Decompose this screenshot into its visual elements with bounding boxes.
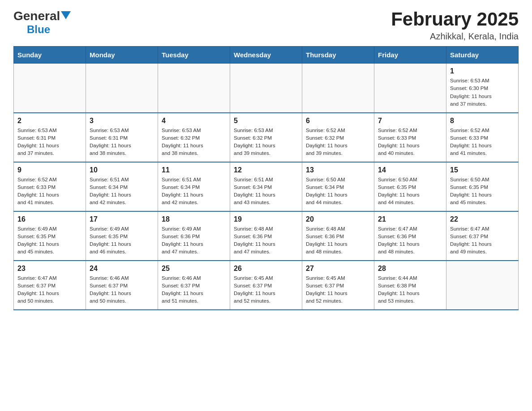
day-info: Sunrise: 6:45 AMSunset: 6:37 PMDaylight:…: [306, 274, 370, 305]
day-number: 28: [378, 265, 442, 273]
day-info: Sunrise: 6:52 AMSunset: 6:33 PMDaylight:…: [378, 127, 442, 158]
day-number: 16: [17, 215, 82, 223]
day-cell: 14Sunrise: 6:50 AMSunset: 6:35 PMDayligh…: [374, 162, 446, 211]
day-cell: 12Sunrise: 6:51 AMSunset: 6:34 PMDayligh…: [230, 162, 302, 211]
calendar-title: February 2025: [391, 9, 519, 30]
day-cell: 7Sunrise: 6:52 AMSunset: 6:33 PMDaylight…: [374, 113, 446, 162]
day-number: 3: [90, 117, 154, 125]
day-cell: 22Sunrise: 6:47 AMSunset: 6:37 PMDayligh…: [446, 211, 519, 261]
day-info: Sunrise: 6:48 AMSunset: 6:36 PMDaylight:…: [306, 225, 370, 256]
day-cell: 10Sunrise: 6:51 AMSunset: 6:34 PMDayligh…: [86, 162, 158, 211]
day-number: 11: [162, 166, 226, 174]
header-cell-monday: Monday: [86, 47, 158, 64]
day-number: 26: [234, 265, 298, 273]
week-row-4: 16Sunrise: 6:49 AMSunset: 6:35 PMDayligh…: [14, 211, 519, 261]
day-number: 8: [450, 117, 515, 125]
day-cell: 3Sunrise: 6:53 AMSunset: 6:31 PMDaylight…: [86, 113, 158, 162]
day-number: 4: [162, 117, 226, 125]
day-number: 6: [306, 117, 370, 125]
day-info: Sunrise: 6:44 AMSunset: 6:38 PMDaylight:…: [378, 274, 442, 305]
day-info: Sunrise: 6:47 AMSunset: 6:37 PMDaylight:…: [17, 274, 82, 305]
day-info: Sunrise: 6:49 AMSunset: 6:36 PMDaylight:…: [162, 225, 226, 256]
calendar-table: SundayMondayTuesdayWednesdayThursdayFrid…: [13, 46, 519, 310]
day-number: 1: [450, 67, 515, 75]
day-number: 14: [378, 166, 442, 174]
day-info: Sunrise: 6:46 AMSunset: 6:37 PMDaylight:…: [162, 274, 226, 305]
day-info: Sunrise: 6:45 AMSunset: 6:37 PMDaylight:…: [234, 274, 298, 305]
day-number: 20: [306, 215, 370, 223]
day-number: 21: [378, 215, 442, 223]
day-number: 17: [90, 215, 154, 223]
day-number: 10: [90, 166, 154, 174]
day-info: Sunrise: 6:50 AMSunset: 6:35 PMDaylight:…: [450, 176, 515, 207]
header-cell-wednesday: Wednesday: [230, 47, 302, 64]
day-cell: [158, 64, 230, 113]
day-cell: 4Sunrise: 6:53 AMSunset: 6:32 PMDaylight…: [158, 113, 230, 162]
calendar-subtitle: Azhikkal, Kerala, India: [391, 31, 519, 42]
day-number: 18: [162, 215, 226, 223]
day-cell: 16Sunrise: 6:49 AMSunset: 6:35 PMDayligh…: [14, 211, 86, 261]
header-cell-thursday: Thursday: [302, 47, 374, 64]
week-row-3: 9Sunrise: 6:52 AMSunset: 6:33 PMDaylight…: [14, 162, 519, 211]
day-cell: 9Sunrise: 6:52 AMSunset: 6:33 PMDaylight…: [14, 162, 86, 211]
day-number: 9: [17, 166, 82, 174]
day-info: Sunrise: 6:53 AMSunset: 6:30 PMDaylight:…: [450, 77, 515, 108]
page-header: General Blue February 2025 Azhikkal, Ker…: [13, 9, 519, 42]
logo: General Blue: [13, 9, 71, 36]
week-row-2: 2Sunrise: 6:53 AMSunset: 6:31 PMDaylight…: [14, 113, 519, 162]
logo-arrow-icon: [61, 11, 71, 19]
day-number: 27: [306, 265, 370, 273]
day-number: 22: [450, 215, 515, 223]
logo-general-text: General: [13, 9, 60, 23]
day-info: Sunrise: 6:50 AMSunset: 6:34 PMDaylight:…: [306, 176, 370, 207]
day-number: 13: [306, 166, 370, 174]
day-info: Sunrise: 6:52 AMSunset: 6:32 PMDaylight:…: [306, 127, 370, 158]
title-section: February 2025 Azhikkal, Kerala, India: [391, 9, 519, 42]
day-number: 15: [450, 166, 515, 174]
day-info: Sunrise: 6:47 AMSunset: 6:37 PMDaylight:…: [450, 225, 515, 256]
calendar-body: 1Sunrise: 6:53 AMSunset: 6:30 PMDaylight…: [14, 64, 519, 310]
day-cell: 1Sunrise: 6:53 AMSunset: 6:30 PMDaylight…: [446, 64, 519, 113]
svg-marker-0: [61, 11, 71, 19]
day-number: 23: [17, 265, 82, 273]
header-row: SundayMondayTuesdayWednesdayThursdayFrid…: [14, 47, 519, 64]
day-cell: [14, 64, 86, 113]
header-cell-saturday: Saturday: [446, 47, 519, 64]
day-cell: 13Sunrise: 6:50 AMSunset: 6:34 PMDayligh…: [302, 162, 374, 211]
day-info: Sunrise: 6:52 AMSunset: 6:33 PMDaylight:…: [17, 176, 82, 207]
day-number: 7: [378, 117, 442, 125]
week-row-1: 1Sunrise: 6:53 AMSunset: 6:30 PMDaylight…: [14, 64, 519, 113]
day-cell: 25Sunrise: 6:46 AMSunset: 6:37 PMDayligh…: [158, 261, 230, 310]
day-info: Sunrise: 6:49 AMSunset: 6:35 PMDaylight:…: [17, 225, 82, 256]
header-cell-tuesday: Tuesday: [158, 47, 230, 64]
day-cell: 18Sunrise: 6:49 AMSunset: 6:36 PMDayligh…: [158, 211, 230, 261]
day-cell: 15Sunrise: 6:50 AMSunset: 6:35 PMDayligh…: [446, 162, 519, 211]
day-info: Sunrise: 6:49 AMSunset: 6:35 PMDaylight:…: [90, 225, 154, 256]
day-cell: [446, 261, 519, 310]
day-info: Sunrise: 6:53 AMSunset: 6:31 PMDaylight:…: [17, 127, 82, 158]
day-cell: 27Sunrise: 6:45 AMSunset: 6:37 PMDayligh…: [302, 261, 374, 310]
day-cell: 11Sunrise: 6:51 AMSunset: 6:34 PMDayligh…: [158, 162, 230, 211]
day-cell: 8Sunrise: 6:52 AMSunset: 6:33 PMDaylight…: [446, 113, 519, 162]
day-info: Sunrise: 6:47 AMSunset: 6:36 PMDaylight:…: [378, 225, 442, 256]
day-info: Sunrise: 6:53 AMSunset: 6:32 PMDaylight:…: [162, 127, 226, 158]
day-cell: [230, 64, 302, 113]
day-cell: 26Sunrise: 6:45 AMSunset: 6:37 PMDayligh…: [230, 261, 302, 310]
day-info: Sunrise: 6:53 AMSunset: 6:32 PMDaylight:…: [234, 127, 298, 158]
day-info: Sunrise: 6:51 AMSunset: 6:34 PMDaylight:…: [162, 176, 226, 207]
day-cell: 28Sunrise: 6:44 AMSunset: 6:38 PMDayligh…: [374, 261, 446, 310]
day-number: 2: [17, 117, 82, 125]
header-cell-friday: Friday: [374, 47, 446, 64]
day-number: 12: [234, 166, 298, 174]
day-cell: 5Sunrise: 6:53 AMSunset: 6:32 PMDaylight…: [230, 113, 302, 162]
day-info: Sunrise: 6:52 AMSunset: 6:33 PMDaylight:…: [450, 127, 515, 158]
day-number: 25: [162, 265, 226, 273]
day-cell: 2Sunrise: 6:53 AMSunset: 6:31 PMDaylight…: [14, 113, 86, 162]
day-cell: 6Sunrise: 6:52 AMSunset: 6:32 PMDaylight…: [302, 113, 374, 162]
day-cell: 23Sunrise: 6:47 AMSunset: 6:37 PMDayligh…: [14, 261, 86, 310]
day-info: Sunrise: 6:46 AMSunset: 6:37 PMDaylight:…: [90, 274, 154, 305]
day-cell: 21Sunrise: 6:47 AMSunset: 6:36 PMDayligh…: [374, 211, 446, 261]
day-cell: 17Sunrise: 6:49 AMSunset: 6:35 PMDayligh…: [86, 211, 158, 261]
logo-blue-text: Blue: [27, 23, 50, 35]
day-number: 19: [234, 215, 298, 223]
